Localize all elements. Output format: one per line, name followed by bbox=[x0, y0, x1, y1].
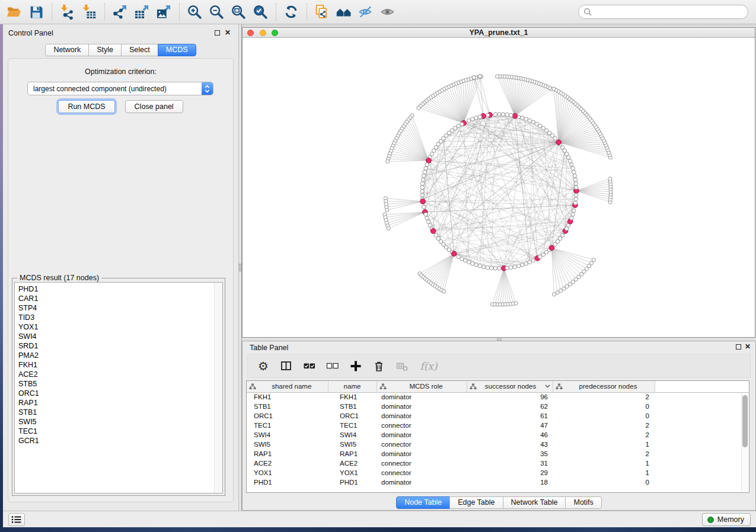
save-session-icon[interactable] bbox=[27, 2, 46, 21]
cell: 2 bbox=[553, 392, 655, 402]
tab-select[interactable]: Select bbox=[121, 44, 158, 56]
import-network-icon[interactable] bbox=[58, 2, 76, 21]
list-item[interactable]: ORC1 bbox=[18, 389, 222, 398]
first-neighbors-icon[interactable] bbox=[334, 2, 353, 21]
scrollbar-thumb[interactable] bbox=[742, 395, 748, 447]
mcds-list-scrollbar[interactable] bbox=[214, 283, 222, 493]
zoom-fit-icon[interactable] bbox=[229, 2, 248, 21]
cell: ORC1 bbox=[328, 411, 377, 421]
export-image-icon[interactable] bbox=[154, 2, 173, 21]
network-window-titlebar[interactable]: YPA_prune.txt_1 bbox=[243, 28, 755, 38]
cell bbox=[655, 477, 749, 487]
memory-label: Memory bbox=[717, 515, 744, 524]
search-box[interactable] bbox=[578, 5, 748, 19]
tab-node-table[interactable]: Node Table bbox=[396, 496, 450, 509]
panel-selector-button[interactable] bbox=[8, 513, 25, 526]
cell: FKH1 bbox=[328, 392, 377, 402]
export-table-icon[interactable] bbox=[132, 2, 151, 21]
table-scrollbar[interactable] bbox=[741, 393, 748, 492]
network-canvas[interactable] bbox=[243, 38, 755, 337]
toolbar-separator bbox=[276, 3, 276, 21]
tab-motifs[interactable]: Motifs bbox=[565, 496, 601, 509]
column-header-successor-nodes[interactable]: successor nodes bbox=[467, 381, 553, 392]
tab-network-table[interactable]: Network Table bbox=[503, 496, 566, 509]
cell bbox=[655, 411, 749, 421]
table-row[interactable]: SWI5SWI5connector431 bbox=[247, 440, 749, 449]
cell: ORC1 bbox=[247, 411, 328, 421]
tab-network[interactable]: Network bbox=[45, 44, 89, 56]
open-file-icon[interactable] bbox=[5, 2, 24, 21]
splitter-handle[interactable] bbox=[239, 264, 241, 271]
close-panel-icon[interactable]: ✕ bbox=[745, 342, 751, 351]
table-row[interactable]: RAP1RAP1dominator352 bbox=[247, 449, 749, 459]
list-item[interactable]: STB5 bbox=[18, 379, 222, 389]
list-item[interactable]: YOX1 bbox=[18, 322, 222, 332]
list-item[interactable]: ACE2 bbox=[18, 370, 222, 379]
column-header-name[interactable]: name bbox=[328, 381, 377, 392]
list-item[interactable]: PHD1 bbox=[18, 284, 222, 294]
list-item[interactable]: TID3 bbox=[18, 313, 222, 322]
add-row-icon[interactable] bbox=[349, 359, 363, 373]
close-panel-icon[interactable]: ✕ bbox=[225, 28, 231, 37]
deselect-all-icon[interactable] bbox=[326, 359, 340, 373]
export-network-icon[interactable] bbox=[110, 2, 129, 21]
tab-mcds[interactable]: MCDS bbox=[158, 44, 196, 56]
refresh-layout-icon[interactable] bbox=[282, 2, 301, 21]
list-item[interactable]: CAR1 bbox=[18, 294, 222, 303]
list-item[interactable]: SWI4 bbox=[18, 332, 222, 341]
list-item[interactable]: PMA2 bbox=[18, 351, 222, 360]
zoom-out-icon[interactable] bbox=[207, 2, 226, 21]
criterion-dropdown[interactable]: largest connected component (undirected) bbox=[27, 82, 213, 95]
table-row[interactable]: ORC1ORC1dominator610 bbox=[247, 411, 749, 421]
table-row[interactable]: STB1STB1dominator620 bbox=[247, 402, 749, 411]
main-toolbar bbox=[0, 0, 756, 24]
table-panel-header: Table Panel ✕ bbox=[243, 341, 755, 353]
zoom-in-icon[interactable] bbox=[185, 2, 204, 21]
cell: STB1 bbox=[328, 402, 377, 411]
close-panel-button[interactable]: Close panel bbox=[125, 100, 183, 113]
node-table-container: shared namenameMCDS rolesuccessor nodesp… bbox=[246, 380, 749, 493]
table-row[interactable]: YOX1YOX1connector291 bbox=[247, 468, 749, 477]
select-all-icon[interactable] bbox=[302, 359, 317, 373]
mcds-result-list[interactable]: PHD1CAR1STP4TID3YOX1SWI4SRD1PMA2FKH1ACE2… bbox=[14, 282, 223, 493]
tab-style[interactable]: Style bbox=[88, 44, 122, 56]
cell: STB1 bbox=[247, 402, 328, 411]
list-item[interactable]: RAP1 bbox=[18, 398, 222, 408]
list-item[interactable]: FKH1 bbox=[18, 360, 222, 370]
cell: 1 bbox=[553, 468, 655, 477]
column-header-shared-name[interactable]: shared name bbox=[247, 381, 328, 392]
zoom-selected-icon[interactable] bbox=[251, 2, 270, 21]
table-row[interactable]: TEC1TEC1connector472 bbox=[247, 421, 749, 430]
list-item[interactable]: STP4 bbox=[18, 303, 222, 313]
import-table-icon[interactable] bbox=[79, 2, 98, 21]
list-item[interactable]: STB1 bbox=[18, 408, 222, 417]
column-header-MCDS-role[interactable]: MCDS role bbox=[377, 381, 467, 392]
float-panel-icon[interactable] bbox=[215, 30, 220, 36]
network-graph[interactable] bbox=[243, 38, 755, 337]
run-mcds-button[interactable]: Run MCDS bbox=[58, 100, 114, 113]
float-panel-icon[interactable] bbox=[736, 344, 741, 350]
hide-selected-icon[interactable] bbox=[356, 2, 375, 21]
table-row[interactable]: FKH1FKH1dominator962 bbox=[247, 392, 749, 402]
clone-network-icon[interactable] bbox=[312, 2, 331, 21]
show-columns-icon[interactable] bbox=[279, 359, 294, 373]
list-item[interactable]: GCR1 bbox=[18, 436, 222, 446]
cell bbox=[655, 449, 749, 459]
delete-rows-icon[interactable] bbox=[372, 359, 386, 373]
cell: 29 bbox=[467, 468, 553, 477]
column-header-predecessor-nodes[interactable]: predecessor nodes bbox=[553, 381, 655, 392]
show-all-icon[interactable] bbox=[378, 2, 397, 21]
table-row[interactable]: ACE2ACE2connector311 bbox=[247, 459, 749, 468]
cell: TEC1 bbox=[328, 421, 377, 430]
list-item[interactable]: SWI5 bbox=[18, 417, 222, 427]
memory-button[interactable]: Memory bbox=[702, 513, 751, 526]
search-input[interactable] bbox=[595, 8, 743, 16]
cell bbox=[655, 430, 749, 440]
settings-gear-icon[interactable]: ⚙ bbox=[256, 359, 270, 373]
table-row[interactable]: PHD1PHD1dominator180 bbox=[247, 477, 749, 487]
list-item[interactable]: TEC1 bbox=[18, 427, 222, 436]
tab-edge-table[interactable]: Edge Table bbox=[449, 496, 503, 509]
table-row[interactable]: SWI4SWI4dominator462 bbox=[247, 430, 749, 440]
list-item[interactable]: SRD1 bbox=[18, 341, 222, 351]
cell bbox=[655, 421, 749, 430]
